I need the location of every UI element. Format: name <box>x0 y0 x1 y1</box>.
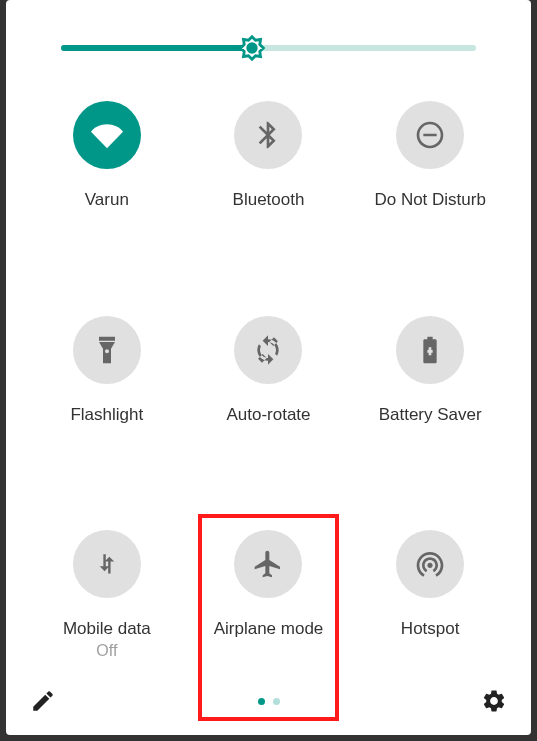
brightness-thumb-icon[interactable] <box>235 31 269 65</box>
tile-wifi[interactable]: Varun <box>26 91 188 286</box>
tile-label: Mobile data <box>63 618 151 639</box>
settings-button[interactable] <box>481 688 507 714</box>
wifi-icon <box>73 101 141 169</box>
brightness-slider[interactable] <box>61 45 476 51</box>
airplane-icon <box>234 530 302 598</box>
page-indicator <box>258 698 280 705</box>
tile-label: Do Not Disturb <box>374 189 485 210</box>
tile-label: Auto-rotate <box>226 404 310 425</box>
tile-label: Varun <box>85 189 129 210</box>
tile-label: Flashlight <box>70 404 143 425</box>
quick-settings-footer <box>6 677 531 725</box>
tile-sublabel: Off <box>96 642 117 660</box>
brightness-fill <box>61 45 252 51</box>
svg-point-0 <box>246 42 257 53</box>
tile-label: Bluetooth <box>233 189 305 210</box>
quick-settings-panel: Varun Bluetooth Do Not Disturb Flashligh… <box>6 0 531 735</box>
bluetooth-icon <box>234 101 302 169</box>
mobile-data-icon <box>73 530 141 598</box>
tile-label: Airplane mode <box>214 618 324 639</box>
flashlight-icon <box>73 316 141 384</box>
autorotate-icon <box>234 316 302 384</box>
battery-icon <box>396 316 464 384</box>
tile-dnd[interactable]: Do Not Disturb <box>349 91 511 286</box>
tile-battery-saver[interactable]: Battery Saver <box>349 306 511 501</box>
tile-label: Battery Saver <box>379 404 482 425</box>
page-dot <box>258 698 265 705</box>
quick-settings-grid: Varun Bluetooth Do Not Disturb Flashligh… <box>6 91 531 735</box>
tile-bluetooth[interactable]: Bluetooth <box>188 91 350 286</box>
tile-flashlight[interactable]: Flashlight <box>26 306 188 501</box>
tile-autorotate[interactable]: Auto-rotate <box>188 306 350 501</box>
page-dot <box>273 698 280 705</box>
tile-label: Hotspot <box>401 618 460 639</box>
edit-button[interactable] <box>30 688 56 714</box>
dnd-icon <box>396 101 464 169</box>
hotspot-icon <box>396 530 464 598</box>
